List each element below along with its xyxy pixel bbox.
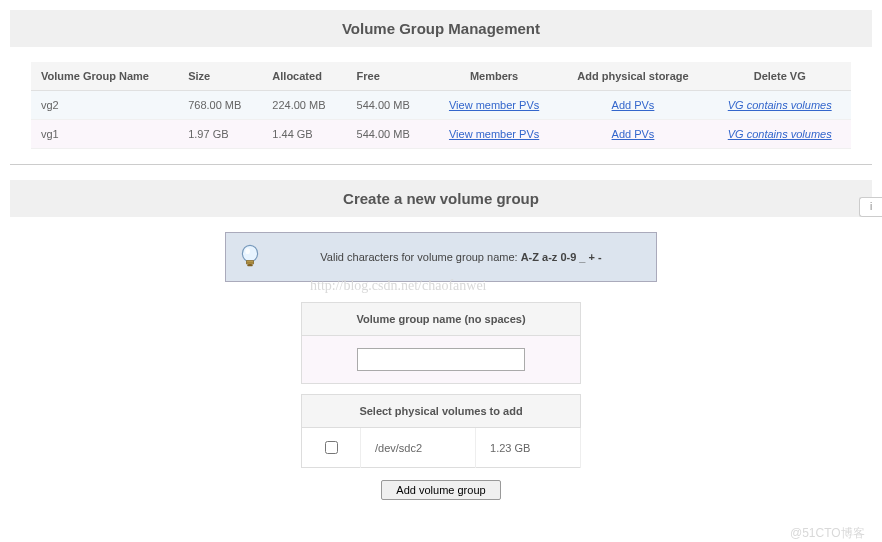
pv-checkbox[interactable]: [325, 441, 338, 454]
pv-select-label: Select physical volumes to add: [302, 395, 581, 428]
vg-table: Volume Group Name Size Allocated Free Me…: [31, 62, 851, 149]
view-members-link[interactable]: View member PVs: [449, 128, 539, 140]
cell-vg-name: vg2: [31, 91, 178, 120]
col-delete: Delete VG: [708, 62, 851, 91]
delete-vg-link[interactable]: VG contains volumes: [728, 128, 832, 140]
svg-point-3: [245, 248, 250, 254]
col-allocated: Allocated: [262, 62, 346, 91]
vg-name-input[interactable]: [357, 348, 525, 371]
info-text: Valid characters for volume group name: …: [276, 251, 646, 263]
col-size: Size: [178, 62, 262, 91]
table-row: vg1 1.97 GB 1.44 GB 544.00 MB View membe…: [31, 120, 851, 149]
table-row: /dev/sdc2 1.23 GB: [302, 428, 581, 468]
svg-point-2: [247, 264, 253, 266]
col-free: Free: [347, 62, 431, 91]
table-row: vg2 768.00 MB 224.00 MB 544.00 MB View m…: [31, 91, 851, 120]
cell-size: 768.00 MB: [178, 91, 262, 120]
section-title-create-vg: Create a new volume group: [10, 180, 872, 217]
vg-table-header-row: Volume Group Name Size Allocated Free Me…: [31, 62, 851, 91]
info-chars: A-Z a-z 0-9 _ + -: [521, 251, 602, 263]
add-pvs-link[interactable]: Add PVs: [612, 128, 655, 140]
pv-device: /dev/sdc2: [361, 428, 476, 468]
svg-point-0: [242, 245, 257, 261]
cell-allocated: 224.00 MB: [262, 91, 346, 120]
cell-size: 1.97 GB: [178, 120, 262, 149]
info-prefix: Valid characters for volume group name:: [320, 251, 520, 263]
add-pvs-link[interactable]: Add PVs: [612, 99, 655, 111]
view-members-link[interactable]: View member PVs: [449, 99, 539, 111]
delete-vg-link[interactable]: VG contains volumes: [728, 99, 832, 111]
info-box: Valid characters for volume group name: …: [225, 232, 657, 282]
vg-name-form: Volume group name (no spaces): [301, 302, 581, 384]
cell-allocated: 1.44 GB: [262, 120, 346, 149]
cell-free: 544.00 MB: [347, 120, 431, 149]
cell-free: 544.00 MB: [347, 91, 431, 120]
add-vg-button[interactable]: Add volume group: [381, 480, 500, 500]
divider: [10, 164, 872, 165]
cell-vg-name: vg1: [31, 120, 178, 149]
col-members: Members: [431, 62, 558, 91]
lightbulb-icon: [236, 243, 264, 271]
col-vg-name: Volume Group Name: [31, 62, 178, 91]
section-title-vg-management: Volume Group Management: [10, 10, 872, 47]
side-tab-stub[interactable]: i: [859, 197, 882, 217]
pv-size: 1.23 GB: [476, 428, 581, 468]
vg-name-label: Volume group name (no spaces): [302, 303, 581, 336]
pv-select-table: Select physical volumes to add /dev/sdc2…: [301, 394, 581, 468]
col-add-storage: Add physical storage: [558, 62, 709, 91]
